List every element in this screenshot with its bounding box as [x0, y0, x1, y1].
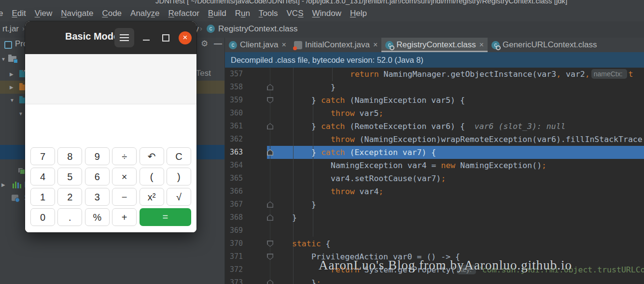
menu-item-vcs[interactable]: VCS	[282, 9, 308, 18]
menu-item-view[interactable]: View	[30, 9, 57, 18]
calc-button-÷[interactable]: ÷	[112, 147, 137, 165]
calculator-titlebar[interactable]: Basic Mode ×	[25, 21, 196, 54]
code-token: throw	[331, 135, 360, 144]
line-number: 366	[227, 185, 243, 198]
calculator-window[interactable]: Basic Mode × 789÷↶C456×()123−x²√0.%+=	[25, 21, 196, 232]
menu-item-window[interactable]: Window	[308, 9, 346, 18]
calc-button-9[interactable]: 9	[85, 147, 110, 165]
class-search-icon: c	[385, 41, 393, 49]
fold-marker-icon[interactable]	[267, 84, 273, 90]
fold-marker-icon[interactable]	[267, 214, 273, 221]
calc-button-+[interactable]: +	[112, 208, 137, 226]
calc-button-−[interactable]: −	[112, 188, 137, 206]
menu-item-code[interactable]: Code	[98, 9, 126, 18]
calc-button-1[interactable]: 1	[30, 188, 55, 206]
inline-hint: nameCtx:	[591, 69, 627, 79]
code-line-359[interactable]: 359} catch (NamingException var5) {	[225, 94, 644, 107]
menu-item-analyze[interactable]: Analyze	[126, 9, 164, 18]
editor-pane[interactable]: cClient.java×InitialContext.java×cRegist…	[225, 38, 644, 284]
hide-panel-icon[interactable]: —	[214, 39, 222, 49]
tab-label: GenericURLContext.class	[503, 40, 597, 50]
code-line-358[interactable]: 358}	[225, 81, 644, 94]
hamburger-menu-button[interactable]	[114, 28, 134, 47]
classes-icon	[18, 168, 25, 174]
menu-item-build[interactable]: Build	[204, 9, 231, 18]
menu-item-edit[interactable]: Edit	[7, 9, 30, 18]
code-line-369[interactable]: 369	[225, 224, 644, 237]
calculator-display[interactable]	[25, 104, 196, 144]
chevron-down-icon[interactable]: ▼	[10, 94, 14, 107]
code-token: ;	[441, 174, 446, 183]
calc-button-C[interactable]: C	[167, 147, 191, 165]
fold-marker-icon[interactable]	[267, 254, 273, 260]
calc-button-8[interactable]: 8	[57, 147, 82, 165]
menu-item-help[interactable]: Help	[346, 9, 371, 18]
tab-initialcontext-java[interactable]: InitialContext.java×	[290, 38, 382, 52]
calc-button-x²[interactable]: x²	[140, 188, 164, 206]
menu-item-run[interactable]: Run	[231, 9, 254, 18]
chevron-down-icon[interactable]: ▼	[18, 107, 23, 120]
breadcrumb-item-current[interactable]: RegistryContext.class	[218, 24, 297, 34]
code-token: ,	[585, 70, 590, 79]
menu-item-label: indow	[320, 9, 341, 18]
calc-button-2[interactable]: 2	[57, 188, 82, 206]
calc-button-)[interactable]: )	[167, 168, 191, 185]
menu-item-file[interactable]: File	[0, 9, 7, 18]
fold-marker-icon[interactable]	[267, 241, 273, 247]
maximize-button[interactable]	[162, 34, 169, 42]
code-line-360[interactable]: 360throw var5;	[225, 107, 644, 120]
code-line-357[interactable]: 357return NamingManager.getObjectInstanc…	[225, 68, 644, 81]
calc-button-×[interactable]: ×	[112, 168, 137, 185]
code-text: }	[331, 81, 336, 94]
calc-button-%[interactable]: %	[85, 208, 110, 226]
code-line-368[interactable]: 368}	[225, 211, 644, 224]
calc-button-6[interactable]: 6	[85, 168, 110, 185]
calc-button-3[interactable]: 3	[85, 188, 110, 206]
calculator-mode-title[interactable]: Basic Mode	[65, 31, 119, 42]
code-area[interactable]: 357return NamingManager.getObjectInstanc…	[225, 68, 644, 284]
menu-item-refactor[interactable]: Refactor	[164, 9, 204, 18]
code-line-364[interactable]: 364NamingException var4 = new NamingExce…	[225, 159, 644, 172]
fold-marker-icon[interactable]	[267, 280, 273, 284]
close-tab-icon[interactable]: ×	[479, 41, 484, 49]
menu-item-navigate[interactable]: Navigate	[56, 9, 98, 18]
calc-button-7[interactable]: 7	[30, 147, 55, 165]
code-line-366[interactable]: 366throw var4;	[225, 185, 644, 198]
code-line-373[interactable]: 373};	[225, 276, 644, 284]
code-line-363[interactable]: 363} catch (Exception var7) {	[225, 146, 644, 159]
calc-button-5[interactable]: 5	[57, 168, 82, 185]
fold-marker-icon[interactable]	[267, 149, 273, 156]
tab-client-java[interactable]: cClient.java×	[225, 38, 290, 52]
code-line-365[interactable]: 365var4.setRootCause(var7);	[225, 172, 644, 185]
breadcrumb-item-rtjar[interactable]: rt.jar	[2, 24, 19, 34]
calc-button-=[interactable]: =	[140, 208, 191, 226]
close-button[interactable]: ×	[179, 31, 192, 44]
window-title: JDNITest [ ~/Documents/javaCode/JDNITest…	[155, 0, 567, 5]
calc-button-([interactable]: (	[140, 168, 164, 185]
chevron-right-icon[interactable]: ▶	[1, 178, 5, 191]
chevron-right-icon[interactable]: ▶	[10, 81, 14, 94]
minimize-button[interactable]	[143, 40, 150, 41]
gear-icon[interactable]: ⚙	[201, 39, 208, 49]
menu-item-tools[interactable]: Tools	[254, 9, 282, 18]
menu-item-label: avigate	[67, 9, 94, 18]
fold-marker-icon[interactable]	[267, 201, 273, 208]
tab-genericurlcontext-class[interactable]: cGenericURLContext.class	[488, 38, 601, 52]
calc-button-↶[interactable]: ↶	[140, 147, 164, 165]
calc-button-√[interactable]: √	[167, 188, 191, 206]
fold-marker-icon[interactable]	[267, 97, 273, 103]
close-tab-icon[interactable]: ×	[373, 41, 378, 49]
close-tab-icon[interactable]: ×	[281, 41, 286, 49]
calc-button-4[interactable]: 4	[30, 168, 55, 185]
code-line-361[interactable]: 361} catch (RemoteException var6) { var6…	[225, 120, 644, 133]
fold-marker-icon[interactable]	[267, 123, 273, 129]
calc-button-0[interactable]: 0	[30, 208, 55, 226]
tab-registrycontext-class[interactable]: cRegistryContext.class×	[381, 38, 488, 52]
code-line-362[interactable]: 362throw (NamingException)wrapRemoteExce…	[225, 133, 644, 146]
chevron-right-icon[interactable]: ▶	[10, 68, 14, 81]
calc-button-.[interactable]: .	[57, 208, 82, 226]
code-line-370[interactable]: 370static {	[225, 237, 644, 250]
code-token: NamingManager.getObjectInstance(var3	[384, 70, 557, 79]
code-line-367[interactable]: 367}	[225, 198, 644, 211]
chevron-down-icon[interactable]: ▼	[1, 53, 6, 66]
